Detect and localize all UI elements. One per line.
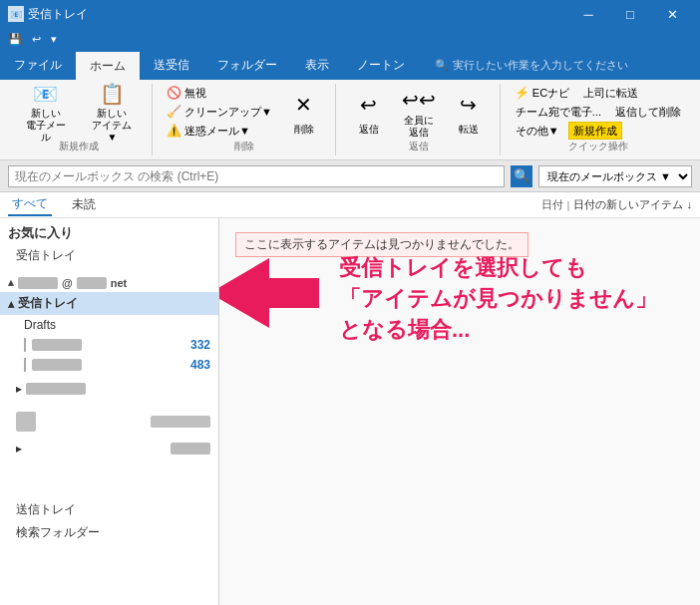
ribbon-search-placeholder: 実行したい作業を入力してください xyxy=(453,58,628,73)
ribbon-group-quick-ops: ⚡ ECナビ 上司に転送 チーム宛で電子... 返信して削除 xyxy=(503,84,694,155)
tab-send-receive[interactable]: 送受信 xyxy=(140,50,203,80)
tab-folder[interactable]: フォルダー xyxy=(203,50,291,80)
item-332-name-blurred xyxy=(32,339,82,351)
forward-button[interactable]: ↪ 転送 xyxy=(446,84,492,142)
tab-view[interactable]: 表示 xyxy=(291,50,343,80)
new-create-label: 新規作成 xyxy=(573,124,617,139)
badge-483: 483 xyxy=(190,358,210,372)
tab-home[interactable]: ホーム xyxy=(76,50,140,80)
ribbon: ファイル ホーム 送受信 フォルダー 表示 ノートン 🔍 実行したい作業を入力し… xyxy=(0,50,700,160)
annotation-line1: 受信トレイを選択しても xyxy=(339,253,657,284)
forward-boss-label: 上司に転送 xyxy=(583,86,638,101)
reply-label: 返信 xyxy=(359,123,379,137)
sidebar-item-collapsed[interactable]: ▸ xyxy=(0,379,218,399)
expand-icon: ▴ xyxy=(8,276,14,289)
filter-sort: 日付 | 日付の新しいアイテム ↓ xyxy=(541,197,692,212)
sidebar-item-483[interactable]: 483 xyxy=(0,355,218,375)
ribbon-tabs: ファイル ホーム 送受信 フォルダー 表示 ノートン 🔍 実行したい作業を入力し… xyxy=(0,50,700,80)
new-item-icon: 📋 xyxy=(96,82,128,106)
ignore-icon: 🚫 xyxy=(168,86,181,100)
filter-all-button[interactable]: すべて xyxy=(8,193,52,216)
drafts-label: Drafts xyxy=(24,318,56,332)
sidebar-item-collapsed-2[interactable]: ▸ xyxy=(0,439,218,458)
sort-button[interactable]: 日付の新しいアイテム ↓ xyxy=(573,197,692,212)
new-email-button[interactable]: 📧 新しい電子メール xyxy=(14,84,77,142)
annotation-line2: 「アイテムが見つかりません」 xyxy=(339,284,657,315)
inbox-left: ▴ 受信トレイ xyxy=(8,295,78,312)
item-332-left xyxy=(24,338,82,352)
filter-unread-button[interactable]: 未読 xyxy=(68,194,100,215)
forward-boss-button[interactable]: 上司に転送 xyxy=(578,84,643,102)
sidebar-item-inbox-favorite[interactable]: 受信トレイ xyxy=(0,244,218,267)
ribbon-group-new: 📧 新しい電子メール 📋 新しいアイテム▼ 新規作成 xyxy=(6,84,153,155)
ribbon-body: 📧 新しい電子メール 📋 新しいアイテム▼ 新規作成 🚫 無視 xyxy=(0,80,700,159)
cleanup-label: クリーンアップ▼ xyxy=(184,105,272,120)
reply-button[interactable]: ↩ 返信 xyxy=(346,84,392,142)
title-bar: 📧 受信トレイ ─ □ ✕ xyxy=(0,0,700,28)
sidebar-search-folder[interactable]: 検索フォルダー xyxy=(0,521,218,544)
undo-qa-button[interactable]: ↩ xyxy=(28,31,45,48)
ribbon-group-delete-content: 🚫 無視 🧹 クリーンアップ▼ ⚠️ 迷惑メール▼ ✕ 削除 xyxy=(163,84,327,171)
new-create-button[interactable]: 新規作成 xyxy=(568,122,622,140)
ec-navi-button[interactable]: ⚡ ECナビ xyxy=(511,84,574,102)
quick-access-toolbar: 💾 ↩ ▾ xyxy=(0,28,700,50)
svg-marker-1 xyxy=(219,258,319,328)
sidebar-item-332[interactable]: 332 xyxy=(0,335,218,355)
cleanup-button[interactable]: 🧹 クリーンアップ▼ xyxy=(163,103,277,121)
item-483-indicator xyxy=(24,358,26,372)
collapsed-2-expand-icon: ▸ xyxy=(16,442,22,455)
account-left: ▴ @ net xyxy=(8,276,127,289)
blurred-name xyxy=(151,416,210,428)
other-label: その他▼ xyxy=(516,124,559,139)
close-button[interactable]: ✕ xyxy=(652,0,692,28)
ribbon-group-delete: 🚫 無視 🧹 クリーンアップ▼ ⚠️ 迷惑メール▼ ✕ 削除 xyxy=(155,84,336,155)
tab-file[interactable]: ファイル xyxy=(0,50,76,80)
ignore-label: 無視 xyxy=(184,86,206,101)
sidebar-drafts[interactable]: Drafts xyxy=(0,315,218,335)
inbox-favorite-label: 受信トレイ xyxy=(16,247,76,264)
other-button[interactable]: その他▼ xyxy=(511,122,564,140)
delete-small-buttons: 🚫 無視 🧹 クリーンアップ▼ ⚠️ 迷惑メール▼ xyxy=(163,84,277,155)
forward-icon: ↪ xyxy=(453,89,485,121)
reply-group-label: 返信 xyxy=(409,140,429,153)
delete-group-label: 削除 xyxy=(234,140,254,153)
main-layout: お気に入り 受信トレイ ▴ @ net ▴ 受信トレイ Drafts xyxy=(0,218,700,605)
delete-label: 削除 xyxy=(294,123,314,137)
minimize-button[interactable]: ─ xyxy=(568,0,608,28)
account-name-blurred xyxy=(18,277,58,289)
save-qa-button[interactable]: 💾 xyxy=(4,31,26,48)
quick-ops-group-label: クイック操作 xyxy=(568,140,628,153)
ribbon-group-reply: ↩ 返信 ↩↩ 全員に返信 ↪ 転送 返信 xyxy=(338,84,501,155)
badge-332: 332 xyxy=(190,338,210,352)
forward-label: 転送 xyxy=(459,123,479,137)
delete-button[interactable]: ✕ 削除 xyxy=(281,84,327,142)
sort-label: 日付 xyxy=(541,197,563,212)
account-at: @ xyxy=(62,277,73,289)
collapsed-expand-icon: ▸ xyxy=(16,382,22,396)
reply-all-button[interactable]: ↩↩ 全員に返信 xyxy=(396,84,442,142)
team-cc-label: チーム宛で電子... xyxy=(516,105,601,120)
new-item-button[interactable]: 📋 新しいアイテム▼ xyxy=(81,84,144,142)
account-domain-blurred xyxy=(77,277,107,289)
maximize-button[interactable]: □ xyxy=(610,0,650,28)
ignore-button[interactable]: 🚫 無視 xyxy=(163,84,277,102)
junk-button[interactable]: ⚠️ 迷惑メール▼ xyxy=(163,122,277,140)
inbox-label: 受信トレイ xyxy=(18,295,78,312)
annotation-overlay: 受信トレイを選択しても 「アイテムが見つかりません」 となる場合... xyxy=(259,248,657,345)
reply-delete-button[interactable]: 返信して削除 xyxy=(610,103,686,121)
sidebar-sent[interactable]: 送信トレイ xyxy=(0,498,218,521)
new-email-icon: 📧 xyxy=(30,82,62,106)
dropdown-qa-button[interactable]: ▾ xyxy=(47,31,61,48)
app-icon: 📧 xyxy=(8,6,24,22)
sidebar-account[interactable]: ▴ @ net xyxy=(0,273,218,292)
sidebar-blurred-group[interactable] xyxy=(0,409,218,435)
tab-norton[interactable]: ノートン xyxy=(343,50,419,80)
sidebar-inbox[interactable]: ▴ 受信トレイ xyxy=(0,292,218,315)
favorites-section-title: お気に入り xyxy=(0,218,218,244)
ec-navi-label: ECナビ xyxy=(532,86,569,101)
inbox-expand-icon: ▴ xyxy=(8,297,14,311)
junk-label: 迷惑メール▼ xyxy=(184,124,250,139)
collapsed-name-blurred xyxy=(26,383,86,395)
title-bar-left: 📧 受信トレイ xyxy=(8,6,88,23)
team-cc-button[interactable]: チーム宛で電子... xyxy=(511,103,606,121)
